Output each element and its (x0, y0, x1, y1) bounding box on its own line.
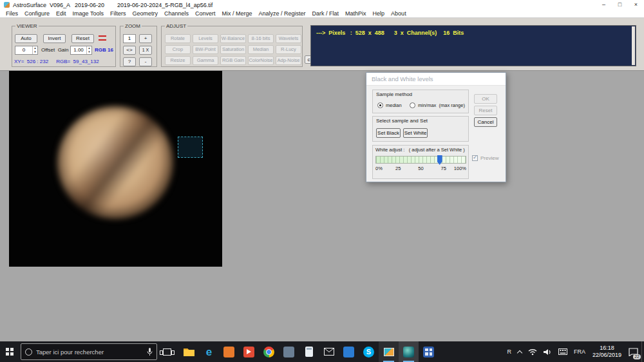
sample-method-group: Sample method median min/max (max range) (372, 90, 469, 113)
taskbar-icon-media-app[interactable] (239, 341, 259, 362)
invert-button[interactable]: Invert (43, 34, 66, 43)
adjust-button-colornoise[interactable]: ColorNoise (248, 56, 274, 65)
volume-button[interactable] (540, 341, 555, 362)
maximize-button[interactable]: □ (612, 0, 628, 10)
menu-help[interactable]: Help (370, 10, 388, 17)
zoom-group: ZOOM 1 + <> 1 X ? - (120, 26, 157, 67)
adjust-button-levels[interactable]: Levels (193, 34, 218, 43)
adjust-button-crop[interactable]: Crop (165, 45, 191, 54)
adjust-button-resize[interactable]: Resize (165, 56, 191, 65)
zoom-group-label: ZOOM (124, 23, 142, 29)
set-black-button[interactable]: Set Black (376, 128, 401, 138)
white-adjust-slider-thumb[interactable] (437, 155, 442, 165)
taskbar-icon-mail[interactable] (319, 341, 339, 362)
photo-icon (384, 348, 394, 356)
taskbar-icon-skype[interactable]: S (359, 341, 379, 362)
dialog-title[interactable]: Black and White levels (366, 73, 506, 86)
taskbar-icon-app-gray[interactable] (279, 341, 299, 362)
offset-stepper[interactable]: 0 ▲▼ (15, 46, 38, 55)
menu-geometry[interactable]: Geometry (129, 10, 161, 17)
image-canvas[interactable] (9, 71, 222, 267)
taskbar-icon-photo-viewer[interactable] (379, 341, 399, 362)
adjust-button-bw-point[interactable]: BW-Point (193, 45, 218, 54)
ok-button[interactable]: OK (474, 94, 497, 104)
notification-badge: 22 (633, 354, 641, 359)
menu-files[interactable]: Files (3, 10, 21, 17)
zoom-level-field[interactable]: 1 (123, 34, 136, 43)
sample-selection-rect[interactable] (178, 137, 203, 158)
menu-mix-merge[interactable]: Mix / Merge (219, 10, 256, 17)
info-panel: ---> Pixels : 528 x 488 3 x Channel(s) 1… (310, 25, 636, 66)
blue-app-icon (343, 347, 354, 357)
taskbar-icon-chrome[interactable] (259, 341, 279, 362)
taskbar-icon-file-explorer[interactable] (179, 341, 199, 362)
tray-app-icon[interactable]: R (504, 341, 515, 362)
menu-analyze-register[interactable]: Analyze / Register (256, 10, 309, 17)
touch-keyboard-button[interactable] (555, 341, 571, 362)
dialog-reset-button[interactable]: Reset (474, 106, 497, 115)
median-radio[interactable] (377, 102, 383, 108)
tray-expand-button[interactable] (515, 341, 525, 362)
adjust-button-rotate[interactable]: Rotate (165, 34, 191, 43)
menu-configure[interactable]: Configure (21, 10, 53, 17)
taskbar-icon-app-grid[interactable] (419, 341, 439, 362)
network-button[interactable] (525, 341, 540, 362)
white-adjust-slider-track[interactable] (375, 156, 466, 164)
taskbar-clock[interactable]: 16:18 22/06/2019 (589, 345, 625, 359)
white-adjust-label: White adjust : ( adjust after a Set Whit… (375, 147, 465, 153)
edge-icon: e (206, 347, 212, 357)
viewer-reset-button[interactable]: Reset (71, 34, 94, 43)
info-scrollbar[interactable] (632, 26, 635, 65)
keyboard-icon (558, 348, 567, 355)
menu-mathpix[interactable]: MathPix (342, 10, 370, 17)
taskbar-icon-app-orange[interactable] (219, 341, 239, 362)
adjust-button-wavelets[interactable]: Wavelets (276, 34, 301, 43)
auto-button[interactable]: Auto (15, 34, 37, 43)
set-white-button[interactable]: Set White (403, 128, 428, 138)
cancel-button[interactable]: Cancel (474, 117, 497, 127)
gain-stepper[interactable]: 1.00 ▲▼ (70, 46, 92, 55)
preview-checkbox[interactable]: ✓ (472, 155, 478, 161)
adjust-button-adp-noise[interactable]: Adp-Noise (276, 56, 301, 65)
menu-filters[interactable]: Filters (107, 10, 129, 17)
taskbar-search[interactable] (21, 343, 157, 360)
zoom-in-button[interactable]: + (139, 34, 152, 43)
gain-stepper-arrows[interactable]: ▲▼ (86, 46, 91, 54)
menu-convert[interactable]: Convert (192, 10, 219, 17)
start-button[interactable] (0, 341, 19, 362)
preview-option: ✓ Preview (472, 155, 498, 161)
adjust-button-gamma[interactable]: Gamma (193, 56, 218, 65)
zoom-fit-button[interactable]: <> (123, 46, 136, 55)
adjust-button-median[interactable]: Median (248, 45, 274, 54)
taskbar-icon-calculator[interactable] (299, 341, 319, 362)
microphone-icon[interactable] (147, 348, 153, 356)
adjust-button-8-16-bits[interactable]: 8-16 bits (248, 34, 274, 43)
pixels-info-text: ---> Pixels : 528 x 488 3 x Channel(s) 1… (316, 30, 464, 36)
tick-100: 100% (454, 166, 466, 171)
adjust-button-saturation[interactable]: Saturation (220, 45, 246, 54)
adjust-button-rgb-gain[interactable]: RGB Gain (220, 56, 246, 65)
language-indicator[interactable]: FRA (571, 341, 589, 362)
search-input[interactable] (36, 348, 143, 356)
menu-channels[interactable]: Channels (161, 10, 192, 17)
minmax-radio[interactable] (410, 102, 415, 108)
menu-image-tools[interactable]: Image Tools (70, 10, 107, 17)
menu-about[interactable]: About (388, 10, 410, 17)
minimize-button[interactable]: – (596, 0, 612, 10)
close-button[interactable]: × (628, 0, 644, 10)
show-desktop-button[interactable] (641, 341, 644, 362)
taskbar-icon-app-blue[interactable] (339, 341, 359, 362)
offset-stepper-arrows[interactable]: ▲▼ (32, 46, 37, 54)
adjust-button-r-lucy[interactable]: R-Lucy (276, 45, 301, 54)
zoom-help-button[interactable]: ? (123, 57, 136, 66)
task-view-button[interactable] (157, 341, 176, 362)
taskbar-icon-edge[interactable]: e (199, 341, 219, 362)
menu-edit[interactable]: Edit (53, 10, 70, 17)
adjust-button-w-balance[interactable]: W-Balance (220, 34, 246, 43)
notification-center-button[interactable]: 22 (625, 341, 641, 362)
menu-dark-flat[interactable]: Dark / Flat (309, 10, 343, 17)
windows-logo-icon (6, 348, 14, 356)
zoom-out-button[interactable]: - (139, 57, 152, 66)
taskbar-icon-astrosurface[interactable] (399, 341, 419, 362)
zoom-1x-button[interactable]: 1 X (139, 46, 152, 55)
